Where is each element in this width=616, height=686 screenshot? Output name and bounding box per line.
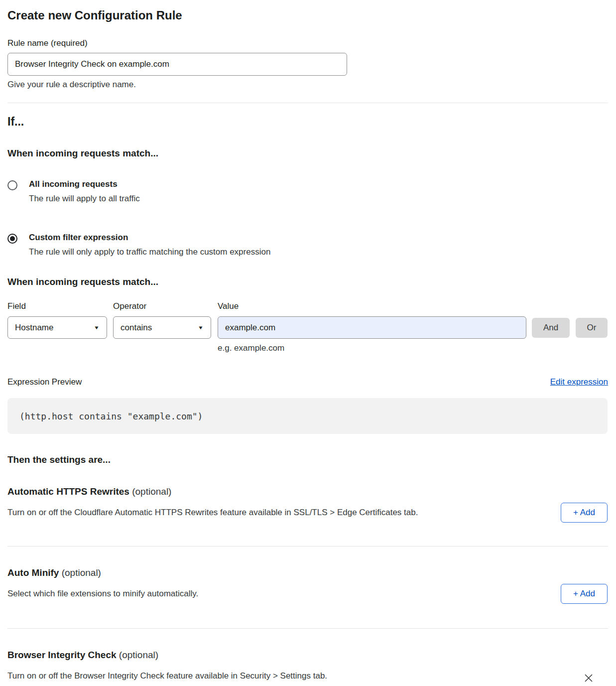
operator-select[interactable]: contains ▼	[113, 316, 211, 339]
radio-custom-filter-desc: The rule will only apply to traffic matc…	[29, 247, 270, 257]
expression-builder-heading: When incoming requests match...	[7, 276, 608, 287]
setting-title-line: Auto Minify (optional)	[7, 567, 608, 578]
radio-custom-filter-label: Custom filter expression	[29, 233, 270, 243]
radio-option-texts: Custom filter expression The rule will o…	[29, 233, 270, 257]
if-heading: If...	[7, 115, 608, 129]
setting-description: Turn on or off the Browser Integrity Che…	[7, 671, 608, 681]
section-divider	[7, 103, 608, 103]
add-auto-minify-button[interactable]: + Add	[561, 584, 608, 604]
value-input[interactable]	[218, 316, 526, 339]
value-help: e.g. example.com	[218, 343, 608, 353]
radio-all-incoming[interactable]	[7, 180, 17, 190]
match-heading: When incoming requests match...	[7, 148, 608, 159]
close-icon[interactable]	[584, 673, 594, 683]
add-automatic-https-rewrites-button[interactable]: + Add	[561, 503, 608, 523]
create-configuration-rule-page: Create new Configuration Rule Rule name …	[0, 0, 616, 686]
setting-title: Auto Minify	[7, 567, 59, 578]
setting-description: Select which file extensions to minify a…	[7, 589, 608, 599]
field-select[interactable]: Hostname ▼	[7, 316, 107, 339]
rule-name-input[interactable]	[7, 53, 347, 76]
settings-heading: Then the settings are...	[7, 454, 608, 465]
edit-expression-link[interactable]: Edit expression	[550, 377, 608, 387]
operator-select-value: contains	[121, 323, 152, 333]
expression-code-text: (http.host contains "example.com")	[19, 411, 203, 421]
page-title: Create new Configuration Rule	[7, 8, 608, 22]
radio-option-texts: All incoming requests The rule will appl…	[29, 179, 140, 204]
builder-labels: Field Operator Value	[7, 301, 608, 311]
radio-custom-filter[interactable]	[7, 234, 17, 244]
setting-optional-tag: (optional)	[59, 567, 101, 578]
or-button[interactable]: Or	[576, 318, 608, 338]
setting-title: Automatic HTTPS Rewrites	[7, 486, 129, 497]
field-label: Field	[7, 301, 113, 311]
radio-option-all-incoming[interactable]: All incoming requests The rule will appl…	[7, 179, 608, 204]
setting-auto-minify: Auto Minify (optional) Select which file…	[7, 567, 608, 599]
setting-title-line: Browser Integrity Check (optional)	[7, 650, 608, 661]
expression-preview-code: (http.host contains "example.com")	[7, 398, 608, 434]
radio-all-incoming-label: All incoming requests	[29, 179, 140, 189]
builder-row: Hostname ▼ contains ▼ And Or	[7, 316, 608, 339]
field-select-value: Hostname	[15, 323, 53, 333]
chevron-down-icon: ▼	[94, 325, 100, 330]
setting-description: Turn on or off the Cloudflare Automatic …	[7, 508, 608, 518]
chevron-down-icon: ▼	[198, 325, 204, 330]
settings-divider	[7, 628, 608, 629]
setting-title: Browser Integrity Check	[7, 650, 117, 660]
setting-browser-integrity-check: Browser Integrity Check (optional) Turn …	[7, 650, 608, 686]
setting-optional-tag: (optional)	[129, 486, 172, 497]
value-label: Value	[218, 301, 239, 311]
radio-option-custom-filter[interactable]: Custom filter expression The rule will o…	[7, 233, 608, 257]
rule-name-label: Rule name (required)	[7, 38, 608, 48]
and-button[interactable]: And	[532, 318, 570, 338]
setting-automatic-https-rewrites: Automatic HTTPS Rewrites (optional) Turn…	[7, 486, 608, 518]
setting-optional-tag: (optional)	[117, 650, 159, 660]
setting-title-line: Automatic HTTPS Rewrites (optional)	[7, 486, 608, 497]
expression-preview-label: Expression Preview	[7, 377, 82, 387]
rule-name-help: Give your rule a descriptive name.	[7, 80, 608, 90]
expression-preview-header: Expression Preview Edit expression	[7, 377, 608, 387]
settings-divider	[7, 546, 608, 547]
operator-label: Operator	[113, 301, 218, 311]
radio-all-incoming-desc: The rule will apply to all traffic	[29, 194, 140, 204]
